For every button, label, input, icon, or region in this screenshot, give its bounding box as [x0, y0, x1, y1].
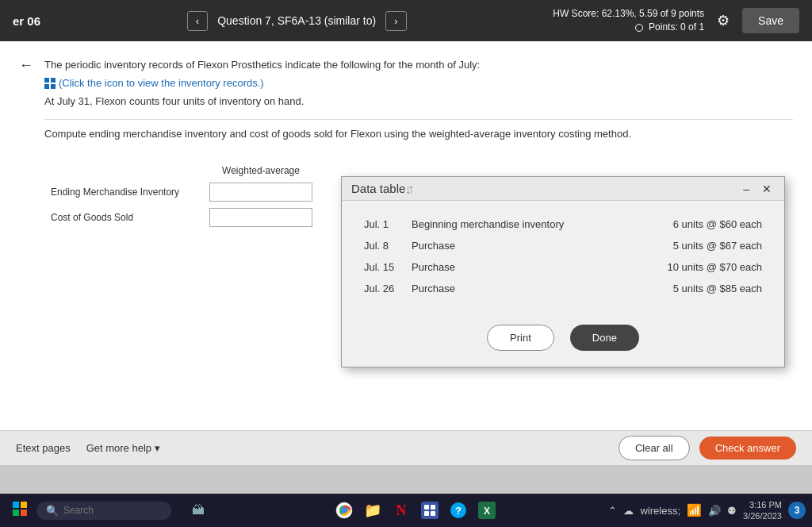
modal-body: Jul. 1 Beginning merchandise inventory 6… — [342, 201, 784, 312]
modal-table-row: Jul. 8 Purchase 5 units @ $67 each — [358, 235, 768, 256]
question-label: Question 7, SF6A-13 (similar to) — [217, 14, 376, 27]
problem-line2: At July 31, Flexon counts four units of … — [44, 94, 793, 110]
svg-rect-6 — [13, 510, 19, 516]
svg-rect-1 — [51, 78, 56, 83]
wifi-icon[interactable]: wireless; — [640, 505, 680, 517]
modal-minimize-button[interactable]: – — [740, 183, 753, 195]
row-date: Jul. 26 — [358, 278, 405, 299]
help-taskbar-icon[interactable]: ? — [447, 499, 469, 521]
problem-line1: The periodic inventory records of Flexon… — [44, 57, 793, 74]
svg-point-10 — [341, 508, 347, 514]
row-description: Beginning merchandise inventory — [405, 213, 580, 235]
check-answer-button[interactable]: Check answer — [699, 437, 796, 460]
question-navigation: ‹ Question 7, SF6A-13 (similar to) › — [187, 11, 407, 31]
row-value: 6 units @ $60 each — [580, 213, 768, 235]
points-circle — [635, 24, 643, 32]
grid-icon — [44, 78, 56, 89]
modal-close-button[interactable]: ✕ — [759, 183, 775, 195]
caret-icon[interactable]: ⌃ — [608, 505, 617, 517]
inventory-form-table: Weighted-average Ending Merchandise Inve… — [44, 162, 319, 230]
top-navigation-bar: er 06 ‹ Question 7, SF6A-13 (similar to)… — [0, 0, 812, 41]
icon-link-text[interactable]: (Click the icon to view the inventory re… — [59, 75, 264, 92]
modal-controls: – ✕ — [740, 183, 775, 195]
windows-start-button[interactable] — [6, 498, 33, 523]
row-value: 5 units @ $67 each — [580, 235, 768, 256]
svg-rect-2 — [44, 84, 49, 89]
form-row-1: Ending Merchandise Inventory — [44, 179, 319, 205]
row-value: 10 units @ $70 each — [580, 256, 768, 278]
svg-rect-14 — [424, 511, 429, 516]
row1-label: Ending Merchandise Inventory — [44, 179, 203, 205]
taskbar-search-input[interactable] — [63, 505, 151, 516]
next-question-button[interactable]: › — [385, 11, 406, 31]
date-text: 3/26/2023 — [743, 510, 782, 521]
row2-label: Cost of Goods Sold — [44, 205, 203, 230]
svg-rect-11 — [421, 502, 439, 519]
row-description: Purchase — [405, 256, 580, 278]
row-value: 5 units @ $85 each — [580, 278, 768, 299]
etext-pages-link[interactable]: Etext pages — [16, 442, 71, 454]
cursor-indicator: ⮃ — [405, 185, 414, 194]
save-button[interactable]: Save — [742, 8, 799, 33]
taskbar-search[interactable]: 🔍 — [36, 502, 171, 520]
modal-footer: Print Done — [342, 312, 784, 367]
hw-score-display: HW Score: 62.13%, 5.59 of 9 points Point… — [553, 7, 704, 34]
done-button[interactable]: Done — [570, 325, 639, 351]
excel-taskbar-icon[interactable]: X — [476, 499, 498, 521]
modal-titlebar: Data table⮃ – ✕ — [342, 177, 784, 201]
weather-icon: 🏔 — [192, 503, 205, 517]
row-date: Jul. 1 — [358, 213, 405, 235]
data-table-modal: Data table⮃ – ✕ Jul. 1 Beginning merchan… — [341, 176, 785, 367]
svg-rect-13 — [431, 505, 435, 510]
app4-taskbar-icon[interactable] — [419, 499, 441, 521]
svg-rect-12 — [424, 505, 429, 510]
form-row-2: Cost of Goods Sold — [44, 205, 319, 230]
column-header: Weighted-average — [203, 162, 319, 179]
print-button[interactable]: Print — [487, 325, 554, 351]
taskbar-center: 📁 N ? X — [333, 499, 498, 521]
main-content-area: ← The periodic inventory records of Flex… — [0, 41, 812, 430]
prev-question-button[interactable]: ‹ — [187, 11, 208, 31]
clear-all-button[interactable]: Clear all — [619, 436, 690, 460]
points-text: Points: 0 of 1 — [553, 21, 704, 34]
volume-icon[interactable]: 🔊 — [708, 505, 721, 517]
top-bar-right: HW Score: 62.13%, 5.59 of 9 points Point… — [553, 7, 799, 34]
bottom-right-actions: Clear all Check answer — [619, 436, 796, 460]
back-arrow-button[interactable]: ← — [19, 57, 33, 74]
file-explorer-taskbar-icon[interactable]: 📁 — [362, 499, 384, 521]
svg-rect-4 — [13, 502, 19, 508]
svg-text:?: ? — [455, 505, 462, 517]
weather-taskbar-icon[interactable]: 🏔 — [174, 499, 222, 521]
modal-table-row: Jul. 26 Purchase 5 units @ $85 each — [358, 278, 768, 299]
battery-icon[interactable]: ⚉ — [727, 505, 737, 517]
clock-display: 3:16 PM 3/26/2023 — [743, 499, 782, 522]
taskbar-search-icon: 🔍 — [46, 505, 59, 517]
icon-link[interactable]: (Click the icon to view the inventory re… — [44, 75, 793, 92]
chrome-taskbar-icon[interactable] — [333, 499, 355, 521]
modal-table-row: Jul. 15 Purchase 10 units @ $70 each — [358, 256, 768, 278]
taskbar-right: ⌃ ☁ wireless; 📶 🔊 ⚉ 3:16 PM 3/26/2023 3 — [608, 499, 806, 522]
svg-text:X: X — [484, 506, 490, 517]
svg-rect-5 — [21, 502, 27, 508]
netflix-icon: N — [396, 502, 406, 519]
row-description: Purchase — [405, 278, 580, 299]
netflix-taskbar-icon[interactable]: N — [390, 499, 412, 521]
svg-rect-0 — [44, 78, 49, 83]
cost-of-goods-input[interactable] — [209, 208, 312, 227]
hw-score-text: HW Score: 62.13%, 5.59 of 9 points — [553, 7, 704, 21]
wifi-icon2[interactable]: 📶 — [687, 503, 702, 517]
system-tray-icons: ⌃ ☁ wireless; 📶 🔊 ⚉ — [608, 503, 737, 517]
chapter-label: er 06 — [13, 14, 40, 28]
settings-button[interactable]: ⚙ — [717, 12, 730, 29]
get-more-help-link[interactable]: Get more help ▾ — [86, 442, 160, 454]
ending-inventory-input[interactable] — [209, 183, 312, 202]
cloud-icon[interactable]: ☁ — [623, 505, 634, 517]
row-description: Purchase — [405, 235, 580, 256]
bottom-left-links: Etext pages Get more help ▾ — [16, 442, 160, 454]
row-date: Jul. 15 — [358, 256, 405, 278]
modal-table-row: Jul. 1 Beginning merchandise inventory 6… — [358, 213, 768, 235]
taskbar-left: 🔍 🏔 — [6, 498, 222, 523]
svg-rect-3 — [51, 84, 56, 89]
user-avatar[interactable]: 3 — [788, 502, 806, 519]
modal-title: Data table⮃ — [351, 182, 414, 195]
